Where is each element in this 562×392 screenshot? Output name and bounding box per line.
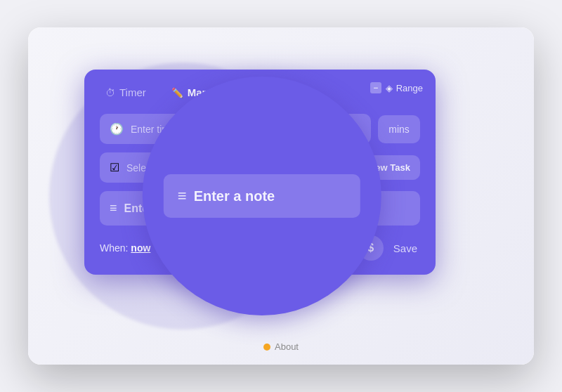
range-button[interactable]: ◈ Range: [386, 83, 423, 93]
magnify-circle: ≡ Enter a note: [143, 77, 381, 315]
about-label: About: [275, 341, 299, 352]
save-label: Save: [393, 242, 417, 254]
range-icon: ◈: [386, 83, 393, 93]
mins-label: mins: [388, 124, 410, 135]
magnify-inner: ≡ Enter a note: [143, 77, 381, 315]
range-label: Range: [396, 83, 423, 93]
about-dot: [263, 344, 270, 351]
mins-box: mins: [378, 115, 420, 143]
timer-icon: ⏱: [105, 87, 115, 98]
note-field-magnified[interactable]: ≡ Enter a note: [164, 174, 360, 218]
about-bar: About: [263, 341, 299, 352]
when-label: When:: [100, 242, 128, 254]
note-icon: ≡: [110, 201, 117, 216]
clock-icon: 🕐: [110, 122, 124, 136]
task-icon: ☑: [110, 161, 119, 174]
note-placeholder-magnified: Enter a note: [194, 188, 275, 204]
note-icon-magnified: ≡: [178, 187, 187, 205]
save-button[interactable]: Save: [391, 238, 420, 259]
screen-container: ⏱ Timer ✏️ Manual ◈ Range 🕐: [28, 27, 534, 365]
